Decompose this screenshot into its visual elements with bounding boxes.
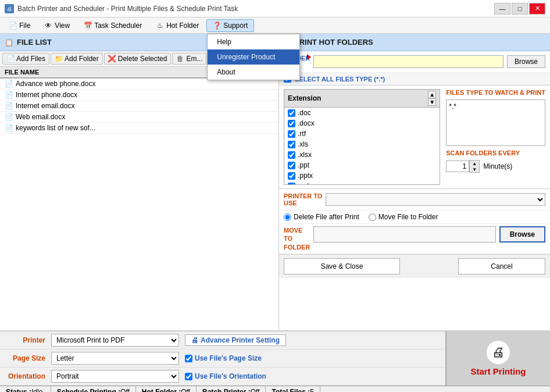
bottom-bar: Printer Microsoft Print to PDF 🖨 Advance…: [0, 330, 550, 385]
close-button[interactable]: ✕: [529, 3, 545, 15]
save-close-button[interactable]: Save & Close: [284, 258, 400, 275]
menu-unregister[interactable]: Unregister Product: [208, 49, 299, 65]
move-folder-label: MOVETOFOLDER: [284, 226, 310, 251]
menu-view[interactable]: 👁 View: [38, 19, 76, 32]
list-item[interactable]: .rtf: [284, 129, 440, 139]
scan-value-input[interactable]: [446, 161, 469, 172]
ext-checkbox[interactable]: [288, 162, 295, 169]
hot-folder-icon: ♨: [156, 22, 164, 30]
delete-after-radio[interactable]: Delete File after Print: [284, 213, 359, 221]
files-type-input[interactable]: *.*: [446, 99, 545, 146]
use-files-orientation[interactable]: Use File's Orientation: [185, 372, 266, 380]
scan-label: SCAN FOLDERS EVERY: [446, 149, 545, 156]
empty-button[interactable]: 🗑 Em...: [172, 53, 206, 65]
ext-label: .xls: [298, 140, 308, 148]
status-cell: [209, 123, 278, 134]
add-files-button[interactable]: 📄 Add Files: [2, 53, 49, 65]
status-hot-folder: Hot Folder : Off: [136, 386, 197, 392]
menu-support[interactable]: ❓ Support Help Unregister Product About: [206, 19, 254, 32]
printer-select[interactable]: Microsoft Print to PDF: [51, 334, 179, 347]
support-icon: ❓: [213, 22, 221, 30]
add-folder-button[interactable]: 📁 Add Folder: [51, 53, 103, 65]
file-list-title: FILE LIST: [17, 38, 52, 47]
move-to-folder-radio[interactable]: Move File to Folder: [369, 213, 438, 221]
file-list-icon: 📋: [5, 38, 13, 47]
menu-hot-folder[interactable]: ♨ Hot Folder: [149, 19, 205, 32]
ext-label: .docx: [298, 119, 315, 127]
maximize-button[interactable]: □: [512, 3, 528, 15]
radio-row: Delete File after Print Move File to Fol…: [279, 211, 550, 224]
folder-path-input[interactable]: [313, 55, 503, 68]
spin-up[interactable]: ▲: [470, 161, 479, 166]
use-files-page-size-checkbox[interactable]: [185, 355, 192, 362]
window-title: Batch Printer and Scheduler - Print Mult…: [17, 5, 238, 13]
status-total-files: Total Files : 5: [266, 386, 320, 392]
page-size-select[interactable]: Letter: [51, 352, 179, 365]
use-files-page-size[interactable]: Use File's Page Size: [185, 354, 262, 362]
file-row-icon: 📄: [5, 124, 13, 132]
table-row[interactable]: 📄Internet email.docx: [0, 101, 278, 112]
cancel-button[interactable]: Cancel: [458, 258, 545, 275]
ext-scroll-down[interactable]: ▼: [428, 98, 436, 106]
status-schedule: Schedule Printing : Off: [51, 386, 136, 392]
printer-to-use-select[interactable]: [326, 193, 545, 206]
table-row[interactable]: 📄keywords list of new sof...: [0, 123, 278, 134]
ext-checkbox[interactable]: [288, 151, 295, 159]
move-browse-button[interactable]: Browse: [499, 226, 545, 243]
support-dropdown-menu: Help Unregister Product About: [207, 34, 300, 80]
table-row[interactable]: 📄Internet phone.docx: [0, 90, 278, 101]
ext-checkbox[interactable]: [288, 109, 295, 117]
minutes-label: Minute(s): [483, 162, 512, 170]
status-idle: Status : Idle.: [0, 386, 51, 392]
menu-about[interactable]: About: [208, 65, 299, 80]
file-name-cell: 📄keywords list of new sof...: [0, 123, 209, 134]
folder-browse-button[interactable]: Browse: [507, 55, 545, 68]
list-item[interactable]: .docx: [284, 118, 440, 129]
ext-checkbox[interactable]: [288, 183, 295, 186]
ext-label: .doc: [298, 109, 311, 117]
status-cell: [209, 90, 278, 101]
delete-selected-button[interactable]: ❌ Delete Selected: [104, 53, 172, 65]
ext-label: .pub: [298, 182, 311, 185]
hot-folders-header: 🗂 PRINT HOT FOLDERS: [279, 34, 550, 51]
ext-scroll-up[interactable]: ▲: [428, 91, 436, 98]
move-folder-row: MOVETOFOLDER Browse: [279, 224, 550, 254]
ext-label: .xlsx: [298, 151, 312, 159]
delete-radio-input[interactable]: [284, 213, 291, 221]
ext-checkbox[interactable]: [288, 130, 295, 138]
list-item[interactable]: .pptx: [284, 170, 440, 181]
empty-icon: 🗑: [176, 55, 184, 63]
file-menu-icon: 📄: [9, 22, 17, 30]
table-row[interactable]: 📄Web email.docx: [0, 112, 278, 123]
list-item[interactable]: .doc: [284, 108, 440, 118]
hot-folders-panel: 🗂 PRINT HOT FOLDERS FOLDERPATH Browse SE…: [279, 34, 550, 330]
list-item[interactable]: .ppt: [284, 160, 440, 170]
menu-file[interactable]: 📄 File: [2, 19, 37, 32]
printer-settings-row: Printer Microsoft Print to PDF 🖨 Advance…: [0, 332, 445, 350]
page-size-row: Page Size Letter Use File's Page Size: [0, 350, 445, 368]
start-printing-text: Start Printing: [470, 366, 526, 376]
use-files-orientation-checkbox[interactable]: [185, 373, 192, 380]
settings-main: Printer Microsoft Print to PDF 🖨 Advance…: [0, 332, 550, 386]
ext-checkbox[interactable]: [288, 141, 295, 148]
list-item[interactable]: .pub: [284, 181, 440, 185]
spin-down[interactable]: ▼: [470, 166, 479, 172]
list-item[interactable]: .xlsx: [284, 149, 440, 160]
menu-bar: 📄 File 👁 View 📅 Task Scheduler ♨ Hot Fol…: [0, 17, 550, 34]
advance-printer-icon: 🖨: [191, 336, 198, 344]
list-item[interactable]: .xls: [284, 139, 440, 149]
move-folder-input[interactable]: [313, 226, 495, 243]
files-type-section: FILES TYPE TO WATCH & PRINT *.* SCAN FOL…: [446, 89, 545, 185]
page-size-label: Page Size: [5, 354, 45, 362]
ext-checkbox[interactable]: [288, 172, 295, 180]
minimize-button[interactable]: —: [494, 3, 510, 15]
ext-checkbox[interactable]: [288, 120, 295, 127]
task-scheduler-icon: 📅: [84, 22, 92, 30]
orientation-select[interactable]: Portrait: [51, 370, 179, 383]
add-files-icon: 📄: [6, 55, 15, 63]
menu-help[interactable]: Help: [208, 34, 299, 49]
menu-task-scheduler[interactable]: 📅 Task Scheduler: [77, 19, 148, 32]
start-printing-panel[interactable]: 🖨 Start Printing: [445, 332, 550, 386]
advance-printer-button[interactable]: 🖨 Advance Printer Setting: [185, 334, 286, 346]
move-radio-input[interactable]: [369, 213, 376, 221]
